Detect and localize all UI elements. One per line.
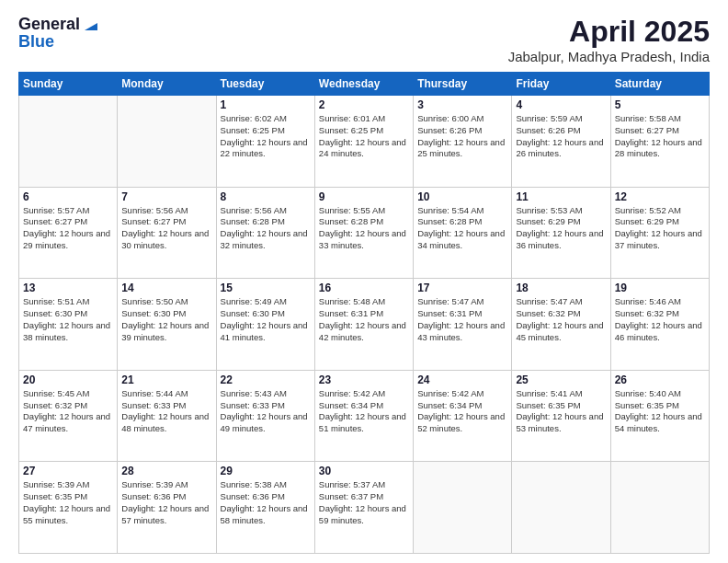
calendar-cell: 1Sunrise: 6:02 AM Sunset: 6:25 PM Daylig… [216,96,314,188]
day-number: 21 [121,373,211,386]
day-number: 4 [516,98,606,111]
day-info: Sunrise: 5:45 AM Sunset: 6:32 PM Dayligh… [23,388,113,435]
day-number: 24 [417,373,507,386]
day-number: 12 [615,190,705,203]
day-number: 3 [417,98,507,111]
weekday-header: Monday [118,73,216,96]
day-number: 17 [417,282,507,294]
day-number: 18 [516,282,606,294]
calendar-cell [118,96,216,188]
weekday-header: Thursday [414,73,512,96]
calendar-cell: 14Sunrise: 5:50 AM Sunset: 6:30 PM Dayli… [118,279,216,371]
subtitle: Jabalpur, Madhya Pradesh, India [508,49,710,64]
calendar-cell: 6Sunrise: 5:57 AM Sunset: 6:27 PM Daylig… [19,187,118,279]
day-info: Sunrise: 5:50 AM Sunset: 6:30 PM Dayligh… [121,296,211,343]
calendar-cell: 18Sunrise: 5:47 AM Sunset: 6:32 PM Dayli… [512,279,610,371]
day-info: Sunrise: 5:59 AM Sunset: 6:26 PM Dayligh… [516,113,606,160]
main-title: April 2025 [508,15,710,49]
day-info: Sunrise: 5:53 AM Sunset: 6:29 PM Dayligh… [516,205,606,252]
header: General Blue April 2025 Jabalpur, Madhya… [18,15,710,64]
day-info: Sunrise: 5:48 AM Sunset: 6:31 PM Dayligh… [319,296,409,343]
page: General Blue April 2025 Jabalpur, Madhya… [0,0,728,563]
day-number: 2 [319,98,409,111]
day-info: Sunrise: 5:51 AM Sunset: 6:30 PM Dayligh… [23,296,113,343]
calendar-cell [610,462,709,554]
calendar-cell: 7Sunrise: 5:56 AM Sunset: 6:27 PM Daylig… [118,187,216,279]
calendar-cell: 5Sunrise: 5:58 AM Sunset: 6:27 PM Daylig… [610,96,709,188]
calendar-cell: 28Sunrise: 5:39 AM Sunset: 6:36 PM Dayli… [118,462,216,554]
day-info: Sunrise: 5:56 AM Sunset: 6:28 PM Dayligh… [221,205,311,252]
day-number: 26 [615,373,705,386]
day-number: 27 [23,465,113,477]
day-info: Sunrise: 5:43 AM Sunset: 6:33 PM Dayligh… [221,388,311,435]
day-info: Sunrise: 5:56 AM Sunset: 6:27 PM Dayligh… [121,205,211,252]
day-number: 13 [23,282,113,294]
day-number: 22 [221,373,311,386]
calendar-cell: 12Sunrise: 5:52 AM Sunset: 6:29 PM Dayli… [610,187,709,279]
logo-general: General [18,15,80,34]
day-info: Sunrise: 5:47 AM Sunset: 6:32 PM Dayligh… [516,296,606,343]
svg-marker-0 [85,23,97,30]
day-info: Sunrise: 5:40 AM Sunset: 6:35 PM Dayligh… [615,388,705,435]
day-info: Sunrise: 5:47 AM Sunset: 6:31 PM Dayligh… [417,296,507,343]
calendar-cell [414,462,512,554]
day-number: 16 [319,282,409,294]
day-number: 1 [221,98,311,111]
calendar-cell [19,96,118,188]
calendar-cell: 11Sunrise: 5:53 AM Sunset: 6:29 PM Dayli… [512,187,610,279]
day-number: 8 [221,190,311,203]
day-info: Sunrise: 6:02 AM Sunset: 6:25 PM Dayligh… [221,113,311,160]
day-number: 25 [516,373,606,386]
calendar-cell: 29Sunrise: 5:38 AM Sunset: 6:36 PM Dayli… [216,462,314,554]
day-info: Sunrise: 6:00 AM Sunset: 6:26 PM Dayligh… [417,113,507,160]
day-info: Sunrise: 5:42 AM Sunset: 6:34 PM Dayligh… [319,388,409,435]
calendar-cell [512,462,610,554]
day-number: 28 [121,465,211,477]
day-info: Sunrise: 5:39 AM Sunset: 6:36 PM Dayligh… [121,479,211,526]
day-number: 10 [417,190,507,203]
title-block: April 2025 Jabalpur, Madhya Pradesh, Ind… [508,15,710,64]
day-info: Sunrise: 5:37 AM Sunset: 6:37 PM Dayligh… [319,479,409,526]
day-number: 29 [221,465,311,477]
day-info: Sunrise: 5:42 AM Sunset: 6:34 PM Dayligh… [417,388,507,435]
day-info: Sunrise: 5:52 AM Sunset: 6:29 PM Dayligh… [615,205,705,252]
day-info: Sunrise: 5:57 AM Sunset: 6:27 PM Dayligh… [23,205,113,252]
day-info: Sunrise: 5:58 AM Sunset: 6:27 PM Dayligh… [615,113,705,160]
calendar-cell: 20Sunrise: 5:45 AM Sunset: 6:32 PM Dayli… [19,370,118,462]
weekday-header: Sunday [19,73,118,96]
calendar-cell: 30Sunrise: 5:37 AM Sunset: 6:37 PM Dayli… [314,462,413,554]
day-info: Sunrise: 5:54 AM Sunset: 6:28 PM Dayligh… [417,205,507,252]
day-info: Sunrise: 5:44 AM Sunset: 6:33 PM Dayligh… [121,388,211,435]
weekday-header: Tuesday [216,73,314,96]
calendar-cell: 16Sunrise: 5:48 AM Sunset: 6:31 PM Dayli… [314,279,413,371]
day-info: Sunrise: 5:41 AM Sunset: 6:35 PM Dayligh… [516,388,606,435]
logo-blue: Blue [18,32,97,52]
calendar-cell: 15Sunrise: 5:49 AM Sunset: 6:30 PM Dayli… [216,279,314,371]
day-number: 30 [319,465,409,477]
day-number: 9 [319,190,409,203]
calendar-cell: 23Sunrise: 5:42 AM Sunset: 6:34 PM Dayli… [314,370,413,462]
day-number: 6 [23,190,113,203]
calendar-cell: 24Sunrise: 5:42 AM Sunset: 6:34 PM Dayli… [414,370,512,462]
calendar-cell: 19Sunrise: 5:46 AM Sunset: 6:32 PM Dayli… [610,279,709,371]
day-number: 5 [615,98,705,111]
day-info: Sunrise: 5:38 AM Sunset: 6:36 PM Dayligh… [221,479,311,526]
calendar-cell: 3Sunrise: 6:00 AM Sunset: 6:26 PM Daylig… [414,96,512,188]
day-number: 20 [23,373,113,386]
calendar-cell: 22Sunrise: 5:43 AM Sunset: 6:33 PM Dayli… [216,370,314,462]
calendar-cell: 8Sunrise: 5:56 AM Sunset: 6:28 PM Daylig… [216,187,314,279]
weekday-header: Wednesday [314,73,413,96]
calendar-cell: 21Sunrise: 5:44 AM Sunset: 6:33 PM Dayli… [118,370,216,462]
calendar-cell: 10Sunrise: 5:54 AM Sunset: 6:28 PM Dayli… [414,187,512,279]
calendar-cell: 4Sunrise: 5:59 AM Sunset: 6:26 PM Daylig… [512,96,610,188]
logo-triangle-icon [81,17,97,34]
calendar-cell: 25Sunrise: 5:41 AM Sunset: 6:35 PM Dayli… [512,370,610,462]
day-number: 19 [615,282,705,294]
weekday-header: Friday [512,73,610,96]
weekday-header: Saturday [610,73,709,96]
day-number: 15 [221,282,311,294]
calendar-cell: 26Sunrise: 5:40 AM Sunset: 6:35 PM Dayli… [610,370,709,462]
day-info: Sunrise: 5:49 AM Sunset: 6:30 PM Dayligh… [221,296,311,343]
day-info: Sunrise: 5:39 AM Sunset: 6:35 PM Dayligh… [23,479,113,526]
calendar-table: SundayMondayTuesdayWednesdayThursdayFrid… [18,72,710,554]
